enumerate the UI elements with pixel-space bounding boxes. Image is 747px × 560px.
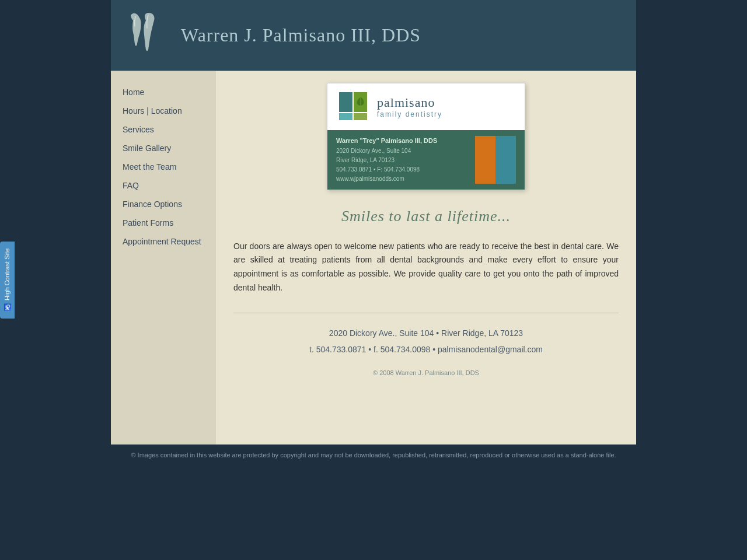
nav-link-finance[interactable]: Finance Options bbox=[111, 195, 216, 214]
site-header: Warren J. Palmisano III, DDS bbox=[111, 0, 636, 71]
card-address-1: 2020 Dickory Ave., Suite 104 bbox=[336, 146, 475, 156]
card-top: palmisano family dentistry bbox=[327, 83, 525, 130]
body-text: Our doors are always open to welcome new… bbox=[233, 240, 619, 295]
nav-link-services[interactable]: Services bbox=[111, 120, 216, 139]
bottom-bar-text: © Images contained in this website are p… bbox=[131, 452, 616, 459]
card-info: Warren "Trey" Palmisano III, DDS 2020 Di… bbox=[336, 136, 475, 184]
tooth-logo bbox=[128, 12, 169, 58]
content-area: Home Hours | Location Services Smile Gal… bbox=[111, 71, 636, 444]
footer-copyright: © 2008 Warren J. Palmisano III, DDS bbox=[233, 369, 619, 376]
nav-link-hours[interactable]: Hours | Location bbox=[111, 102, 216, 120]
nav-link-faq[interactable]: FAQ bbox=[111, 176, 216, 195]
card-doctor-name: Warren "Trey" Palmisano III, DDS bbox=[336, 136, 475, 146]
card-address-2: River Ridge, LA 70123 bbox=[336, 156, 475, 165]
accessibility-icon: ♿ bbox=[4, 304, 11, 312]
card-website: www.wjpalmisanodds.com bbox=[336, 174, 475, 184]
high-contrast-label: High Contrast Site bbox=[4, 249, 11, 300]
nav-link-gallery[interactable]: Smile Gallery bbox=[111, 139, 216, 158]
logo-sq-lt-olive bbox=[354, 113, 367, 120]
nav-item-forms[interactable]: Patient Forms bbox=[111, 214, 216, 232]
main-wrapper: Warren J. Palmisano III, DDS Home Hours … bbox=[111, 0, 636, 466]
nav-item-team[interactable]: Meet the Team bbox=[111, 158, 216, 176]
logo-sq-teal bbox=[339, 92, 352, 112]
nav-link-appointment[interactable]: Appointment Request bbox=[111, 232, 216, 251]
nav-link-team[interactable]: Meet the Team bbox=[111, 158, 216, 176]
nav-item-home[interactable]: Home bbox=[111, 83, 216, 102]
card-brand-name: palmisano bbox=[377, 95, 442, 110]
nav-menu: Home Hours | Location Services Smile Gal… bbox=[111, 83, 216, 251]
business-card-area: palmisano family dentistry Warren "Trey"… bbox=[233, 83, 619, 190]
logo-sq-leaf bbox=[354, 92, 367, 112]
site-title: Warren J. Palmisano III, DDS bbox=[181, 24, 421, 46]
card-brand: palmisano family dentistry bbox=[377, 95, 442, 118]
sidebar-nav: Home Hours | Location Services Smile Gal… bbox=[111, 71, 216, 444]
nav-item-finance[interactable]: Finance Options bbox=[111, 195, 216, 214]
card-phone: 504.733.0871 • F: 504.734.0098 bbox=[336, 165, 475, 174]
main-content: palmisano family dentistry Warren "Trey"… bbox=[216, 71, 636, 444]
card-bottom: Warren "Trey" Palmisano III, DDS 2020 Di… bbox=[327, 130, 525, 190]
footer-contact: 2020 Dickory Ave., Suite 104 • River Rid… bbox=[233, 325, 619, 358]
card-orange-block bbox=[475, 136, 495, 184]
business-card: palmisano family dentistry Warren "Trey"… bbox=[327, 83, 525, 190]
high-contrast-button[interactable]: ♿ High Contrast Site bbox=[0, 242, 15, 318]
card-color-blocks bbox=[475, 136, 516, 184]
nav-item-faq[interactable]: FAQ bbox=[111, 176, 216, 195]
nav-item-gallery[interactable]: Smile Gallery bbox=[111, 139, 216, 158]
logo-sq-lt-teal bbox=[339, 113, 352, 120]
footer-divider bbox=[233, 313, 619, 313]
card-brand-sub: family dentistry bbox=[377, 110, 442, 118]
nav-item-services[interactable]: Services bbox=[111, 120, 216, 139]
footer-address: 2020 Dickory Ave., Suite 104 • River Rid… bbox=[233, 325, 619, 341]
nav-item-appointment[interactable]: Appointment Request bbox=[111, 232, 216, 251]
tagline: Smiles to last a lifetime... bbox=[233, 208, 619, 225]
nav-link-forms[interactable]: Patient Forms bbox=[111, 214, 216, 232]
nav-link-home[interactable]: Home bbox=[111, 83, 216, 102]
footer-phone-email: t. 504.733.0871 • f. 504.734.0098 • palm… bbox=[233, 341, 619, 358]
nav-item-hours[interactable]: Hours | Location bbox=[111, 102, 216, 120]
bottom-bar: © Images contained in this website are p… bbox=[111, 444, 636, 466]
logo-squares bbox=[339, 92, 367, 120]
card-logo-icon bbox=[339, 92, 368, 121]
card-teal-block bbox=[495, 136, 516, 184]
